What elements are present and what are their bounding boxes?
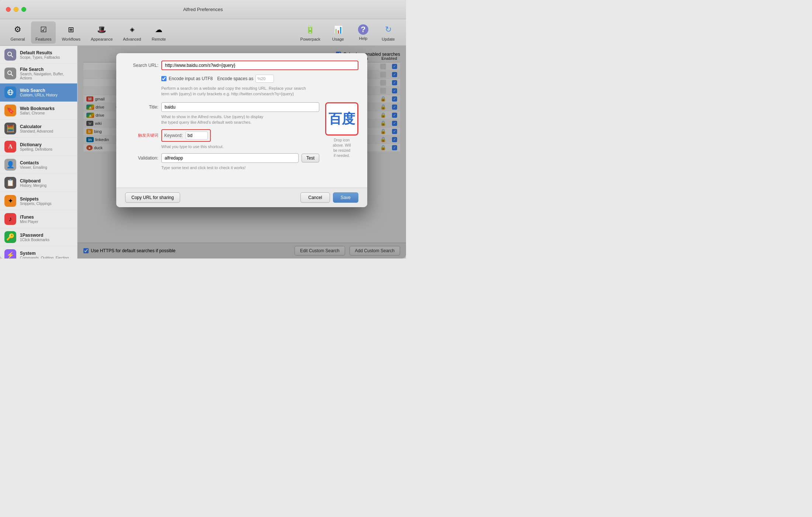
save-button[interactable]: Save xyxy=(333,192,358,203)
toolbar-item-workflows[interactable]: ⊞ Workflows xyxy=(57,21,85,44)
test-button[interactable]: Test xyxy=(302,154,319,162)
sidebar-item-subtitle: 1Click Bookmarks xyxy=(20,238,49,242)
encode-utf8-label: Encode input as UTF8 xyxy=(169,76,213,81)
sidebar-item-subtitle: Commands, Quitting, Ejecting xyxy=(20,256,69,259)
sidebar-item-subtitle: Search, Navigation, Buffer, Actions xyxy=(20,72,73,80)
url-help-text: Perform a search on a website and copy t… xyxy=(125,86,358,97)
minimize-button[interactable] xyxy=(14,7,18,12)
contacts-icon: 👤 xyxy=(4,159,16,171)
svg-point-0 xyxy=(8,52,11,56)
icon-drop-box[interactable]: 百度 xyxy=(325,102,358,136)
toolbar-label-workflows: Workflows xyxy=(62,37,80,41)
sidebar-item-file-search[interactable]: File Search Search, Navigation, Buffer, … xyxy=(0,64,77,83)
features-icon: ☑ xyxy=(38,24,49,35)
svg-point-2 xyxy=(8,71,11,75)
appearance-icon: 🎩 xyxy=(96,24,108,35)
toolbar-item-appearance[interactable]: 🎩 Appearance xyxy=(86,21,117,44)
toolbar-item-general[interactable]: ⚙ General xyxy=(6,21,30,44)
encode-utf8-item: Encode input as UTF8 xyxy=(161,76,213,81)
main-content: Only show enabled searches Custom Enable… xyxy=(78,46,406,258)
modal-overlay: Search URL: Encode input as UTF8 Encode … xyxy=(78,46,406,258)
sidebar-item-title: Dictionary xyxy=(20,142,52,147)
sidebar-item-subtitle: Custom, URLs, History xyxy=(20,93,58,97)
powerpack-icon: 🔋 xyxy=(304,24,316,35)
sidebar-item-snippets[interactable]: ✦ Snippets Snippets, Clippings xyxy=(0,192,77,210)
keyword-box: Keyword: xyxy=(161,129,211,142)
sidebar-item-itunes[interactable]: ♪ iTunes Mini Player xyxy=(0,210,77,228)
sidebar-item-system[interactable]: ⚡ System Commands, Quitting, Ejecting xyxy=(0,246,77,258)
toolbar-label-help: Help xyxy=(359,36,368,41)
sidebar-item-1password[interactable]: 🔑 1Password 1Click Bookmarks xyxy=(0,228,77,246)
sidebar-item-default-results[interactable]: Default Results Scope, Types, Fallbacks xyxy=(0,46,77,64)
sidebar-item-subtitle: Spelling, Definitions xyxy=(20,147,52,151)
sidebar-item-calculator[interactable]: 🧮 Calculator Standard, Advanced xyxy=(0,120,77,138)
maximize-button[interactable] xyxy=(21,7,26,12)
sidebar: Default Results Scope, Types, Fallbacks … xyxy=(0,46,78,258)
title-input[interactable] xyxy=(161,102,319,112)
validation-input[interactable] xyxy=(161,153,299,163)
encode-spaces-item: Encode spaces as xyxy=(217,75,274,83)
cancel-button[interactable]: Cancel xyxy=(300,192,330,203)
toolbar-item-powerpack[interactable]: 🔋 Powerpack xyxy=(296,21,325,44)
system-icon: ⚡ xyxy=(4,249,16,258)
sidebar-item-title: Default Results xyxy=(20,50,60,55)
toolbar-item-update[interactable]: ↻ Update xyxy=(376,21,400,44)
sidebar-item-title: File Search xyxy=(20,67,73,72)
encode-row: Encode input as UTF8 Encode spaces as xyxy=(125,75,358,83)
toolbar-label-update: Update xyxy=(382,37,395,41)
sidebar-item-subtitle: Snippets, Clippings xyxy=(20,202,52,206)
toolbar-item-help[interactable]: ? Help xyxy=(351,22,375,43)
close-button[interactable] xyxy=(6,7,11,12)
toolbar-item-remote[interactable]: ☁ Remote xyxy=(147,21,171,44)
sidebar-item-dictionary[interactable]: A Dictionary Spelling, Definitions xyxy=(0,138,77,156)
keyword-help: What you type to use this shortcut. xyxy=(125,144,319,150)
web-bookmarks-icon: 🔖 xyxy=(4,105,16,116)
sidebar-item-web-search[interactable]: Web Search Custom, URLs, History xyxy=(0,83,77,102)
trigger-label: 触发关键词 xyxy=(125,133,158,138)
sidebar-item-clipboard[interactable]: 📋 Clipboard History, Merging xyxy=(0,174,77,192)
toolbar-item-usage[interactable]: 📊 Usage xyxy=(326,21,350,44)
title-row: Title: xyxy=(125,102,319,112)
sidebar-item-subtitle: Scope, Types, Fallbacks xyxy=(20,55,60,59)
sidebar-item-title: Clipboard xyxy=(20,178,47,184)
toolbar-item-advanced[interactable]: ◈ Advanced xyxy=(118,21,145,44)
toolbar-label-usage: Usage xyxy=(332,37,344,41)
encode-utf8-checkbox[interactable] xyxy=(161,76,166,81)
validation-help: Type some text and click test to check i… xyxy=(125,165,319,171)
keyword-inner: Keyword: xyxy=(163,131,209,140)
search-url-input[interactable] xyxy=(161,61,358,70)
sidebar-item-contacts[interactable]: 👤 Contacts Viewer, Emailing xyxy=(0,156,77,174)
help-icon: ? xyxy=(358,24,368,35)
sidebar-item-title: Web Search xyxy=(20,88,58,93)
copy-url-button[interactable]: Copy URL for sharing xyxy=(125,192,180,203)
toolbar-label-appearance: Appearance xyxy=(91,37,113,41)
window: Alfred Preferences ⚙ General ☑ Features … xyxy=(0,0,406,258)
toolbar: ⚙ General ☑ Features ⊞ Workflows 🎩 Appea… xyxy=(0,19,406,46)
itunes-icon: ♪ xyxy=(4,213,16,225)
sidebar-item-title: System xyxy=(20,251,69,256)
search-url-row: Search URL: xyxy=(125,61,358,70)
toolbar-label-powerpack: Powerpack xyxy=(300,37,320,41)
title-icon-row: Title: What to show in the Alfred result… xyxy=(125,102,358,176)
sidebar-item-subtitle: History, Merging xyxy=(20,184,47,188)
content-area: Default Results Scope, Types, Fallbacks … xyxy=(0,46,406,258)
encode-spaces-input[interactable] xyxy=(255,75,274,83)
window-title: Alfred Preferences xyxy=(183,7,223,12)
toolbar-label-features: Features xyxy=(35,37,51,41)
toolbar-item-features[interactable]: ☑ Features xyxy=(31,21,56,44)
svg-line-3 xyxy=(11,74,13,76)
validation-row: Validation: Test xyxy=(125,153,319,163)
sidebar-item-subtitle: Standard, Advanced xyxy=(20,129,53,133)
usage-icon: 📊 xyxy=(332,24,344,35)
remote-icon: ☁ xyxy=(153,24,165,35)
sidebar-item-title: Snippets xyxy=(20,196,52,202)
sidebar-item-web-bookmarks[interactable]: 🔖 Web Bookmarks Safari, Chrome xyxy=(0,102,77,120)
sidebar-item-title: Contacts xyxy=(20,160,47,165)
keyword-outer-row: 触发关键词 Keyword: xyxy=(125,129,319,142)
toolbar-label-advanced: Advanced xyxy=(123,37,141,41)
sidebar-item-title: iTunes xyxy=(20,215,38,220)
title-label: Title: xyxy=(125,105,158,110)
modal-footer: Copy URL for sharing Cancel Save xyxy=(116,188,367,207)
keyword-input[interactable] xyxy=(186,131,208,140)
sidebar-item-title: Web Bookmarks xyxy=(20,106,55,111)
